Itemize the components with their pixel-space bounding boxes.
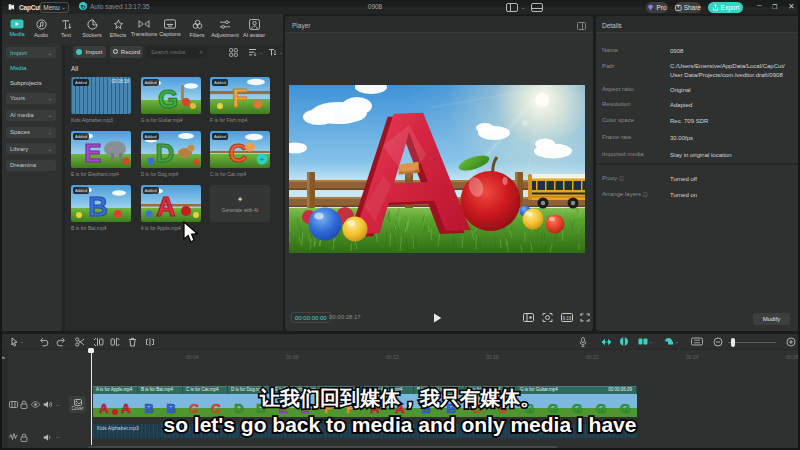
svg-text:F: F [346,401,354,416]
svg-text:F: F [324,401,332,416]
svg-text:B: B [166,401,175,416]
svg-text:B: B [446,401,455,416]
svg-text:D: D [256,401,265,416]
svg-text:D: D [155,138,174,168]
svg-text:D: D [234,401,243,416]
svg-text:+: + [260,155,265,164]
svg-text:A: A [121,401,131,416]
svg-text:F: F [232,83,248,113]
svg-text:B: B [88,192,108,222]
svg-text:G: G [524,401,534,416]
svg-text:G: G [572,401,582,416]
svg-text:C: C [211,401,221,416]
svg-text:C: C [498,401,508,416]
svg-text:G: G [157,84,177,114]
svg-text:G: G [548,401,558,416]
svg-text:G: G [596,401,606,416]
svg-text:C: C [472,401,482,416]
svg-text:C: C [229,138,248,168]
svg-text:A: A [370,401,380,416]
svg-text:A: A [99,401,109,416]
svg-text:C: C [189,401,199,416]
svg-text:9:16: 9:16 [563,316,572,321]
svg-text:B: B [144,401,153,416]
svg-text:A: A [395,401,405,416]
svg-text:A: A [156,192,176,222]
svg-text:E: E [301,401,310,416]
svg-text:E: E [84,138,101,168]
svg-text:E: E [279,401,288,416]
svg-text:B: B [421,401,430,416]
svg-text:G: G [620,401,630,416]
